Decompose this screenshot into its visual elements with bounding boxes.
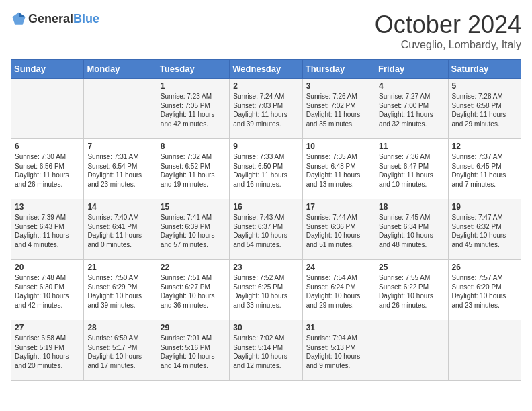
calendar-cell [448,320,521,381]
calendar-cell: 14Sunrise: 7:40 AM Sunset: 6:41 PM Dayli… [84,199,157,260]
day-number: 4 [379,81,444,91]
day-number: 29 [161,323,226,332]
calendar-cell: 1Sunrise: 7:23 AM Sunset: 7:05 PM Daylig… [157,79,229,139]
cell-content: Sunrise: 7:37 AM Sunset: 6:45 PM Dayligh… [452,152,517,189]
day-header-wednesday: Wednesday [230,60,302,79]
day-number: 2 [233,81,298,91]
cell-content: Sunrise: 7:02 AM Sunset: 5:14 PM Dayligh… [233,334,298,370]
calendar-cell: 21Sunrise: 7:50 AM Sunset: 6:29 PM Dayli… [84,260,157,320]
day-number: 8 [161,142,226,151]
calendar-cell: 2Sunrise: 7:24 AM Sunset: 7:03 PM Daylig… [230,79,302,139]
day-number: 22 [161,263,226,272]
calendar-cell: 6Sunrise: 7:30 AM Sunset: 6:56 PM Daylig… [11,139,84,199]
calendar-week-row: 20Sunrise: 7:48 AM Sunset: 6:30 PM Dayli… [11,260,521,320]
day-number: 21 [87,263,152,272]
cell-content: Sunrise: 7:39 AM Sunset: 6:43 PM Dayligh… [15,213,80,249]
calendar-week-row: 6Sunrise: 7:30 AM Sunset: 6:56 PM Daylig… [11,139,521,199]
cell-content: Sunrise: 7:23 AM Sunset: 7:05 PM Dayligh… [161,92,226,128]
calendar-header-row: SundayMondayTuesdayWednesdayThursdayFrid… [11,60,521,79]
calendar-body: 1Sunrise: 7:23 AM Sunset: 7:05 PM Daylig… [11,79,521,381]
day-number: 9 [233,142,298,151]
calendar-cell [375,320,448,381]
calendar-cell: 24Sunrise: 7:54 AM Sunset: 6:24 PM Dayli… [302,260,375,320]
day-header-sunday: Sunday [11,60,84,79]
day-number: 15 [161,202,226,212]
cell-content: Sunrise: 7:31 AM Sunset: 6:54 PM Dayligh… [87,152,152,189]
calendar-cell: 7Sunrise: 7:31 AM Sunset: 6:54 PM Daylig… [84,139,157,199]
cell-content: Sunrise: 7:24 AM Sunset: 7:03 PM Dayligh… [233,92,298,128]
day-number: 3 [306,81,371,91]
day-number: 16 [233,202,298,212]
calendar-cell: 13Sunrise: 7:39 AM Sunset: 6:43 PM Dayli… [11,199,84,260]
day-header-thursday: Thursday [302,60,375,79]
calendar-cell [11,79,84,139]
logo-blue: Blue [73,12,99,26]
location-title: Cuveglio, Lombardy, Italy [375,39,521,51]
cell-content: Sunrise: 7:01 AM Sunset: 5:16 PM Dayligh… [161,334,226,370]
cell-content: Sunrise: 7:47 AM Sunset: 6:32 PM Dayligh… [452,213,517,249]
cell-content: Sunrise: 6:59 AM Sunset: 5:17 PM Dayligh… [87,334,152,370]
calendar-cell: 11Sunrise: 7:36 AM Sunset: 6:47 PM Dayli… [375,139,448,199]
day-number: 28 [87,323,152,332]
day-header-saturday: Saturday [448,60,521,79]
calendar-cell: 5Sunrise: 7:28 AM Sunset: 6:58 PM Daylig… [448,79,521,139]
calendar-week-row: 13Sunrise: 7:39 AM Sunset: 6:43 PM Dayli… [11,199,521,260]
calendar-cell: 20Sunrise: 7:48 AM Sunset: 6:30 PM Dayli… [11,260,84,320]
logo: GeneralBlue [11,11,99,27]
cell-content: Sunrise: 7:50 AM Sunset: 6:29 PM Dayligh… [87,273,152,310]
logo-general: General [28,12,73,26]
day-header-tuesday: Tuesday [157,60,229,79]
day-number: 5 [452,81,517,91]
cell-content: Sunrise: 7:43 AM Sunset: 6:37 PM Dayligh… [233,213,298,249]
page-header: GeneralBlue October 2024 Cuveglio, Lomba… [11,11,521,51]
calendar-cell: 25Sunrise: 7:55 AM Sunset: 6:22 PM Dayli… [375,260,448,320]
calendar-cell: 29Sunrise: 7:01 AM Sunset: 5:16 PM Dayli… [157,320,229,381]
calendar-cell: 18Sunrise: 7:45 AM Sunset: 6:34 PM Dayli… [375,199,448,260]
calendar-cell: 15Sunrise: 7:41 AM Sunset: 6:39 PM Dayli… [157,199,229,260]
calendar-cell: 30Sunrise: 7:02 AM Sunset: 5:14 PM Dayli… [230,320,302,381]
cell-content: Sunrise: 7:32 AM Sunset: 6:52 PM Dayligh… [161,152,226,189]
cell-content: Sunrise: 7:28 AM Sunset: 6:58 PM Dayligh… [452,92,517,128]
day-number: 7 [87,142,152,151]
cell-content: Sunrise: 7:48 AM Sunset: 6:30 PM Dayligh… [15,273,80,310]
day-number: 17 [306,202,371,212]
calendar-week-row: 27Sunrise: 6:58 AM Sunset: 5:19 PM Dayli… [11,320,521,381]
cell-content: Sunrise: 7:57 AM Sunset: 6:20 PM Dayligh… [452,273,517,310]
cell-content: Sunrise: 7:45 AM Sunset: 6:34 PM Dayligh… [379,213,444,249]
calendar-cell: 10Sunrise: 7:35 AM Sunset: 6:48 PM Dayli… [302,139,375,199]
calendar-cell: 16Sunrise: 7:43 AM Sunset: 6:37 PM Dayli… [230,199,302,260]
calendar-cell: 4Sunrise: 7:27 AM Sunset: 7:00 PM Daylig… [375,79,448,139]
cell-content: Sunrise: 7:30 AM Sunset: 6:56 PM Dayligh… [15,152,80,189]
cell-content: Sunrise: 7:54 AM Sunset: 6:24 PM Dayligh… [306,273,371,310]
calendar-cell: 26Sunrise: 7:57 AM Sunset: 6:20 PM Dayli… [448,260,521,320]
svg-marker-1 [19,12,26,17]
calendar-cell: 3Sunrise: 7:26 AM Sunset: 7:02 PM Daylig… [302,79,375,139]
day-number: 19 [452,202,517,212]
cell-content: Sunrise: 7:40 AM Sunset: 6:41 PM Dayligh… [87,213,152,249]
calendar-cell: 28Sunrise: 6:59 AM Sunset: 5:17 PM Dayli… [84,320,157,381]
calendar-cell [84,79,157,139]
cell-content: Sunrise: 7:44 AM Sunset: 6:36 PM Dayligh… [306,213,371,249]
day-number: 20 [15,263,80,272]
day-number: 23 [233,263,298,272]
day-number: 12 [452,142,517,151]
day-number: 24 [306,263,371,272]
calendar-cell: 8Sunrise: 7:32 AM Sunset: 6:52 PM Daylig… [157,139,229,199]
cell-content: Sunrise: 7:04 AM Sunset: 5:13 PM Dayligh… [306,334,371,370]
day-number: 13 [15,202,80,212]
calendar-table: SundayMondayTuesdayWednesdayThursdayFrid… [11,59,521,381]
calendar-cell: 12Sunrise: 7:37 AM Sunset: 6:45 PM Dayli… [448,139,521,199]
day-number: 26 [452,263,517,272]
calendar-cell: 23Sunrise: 7:52 AM Sunset: 6:25 PM Dayli… [230,260,302,320]
day-header-monday: Monday [84,60,157,79]
month-title: October 2024 [375,11,521,39]
cell-content: Sunrise: 6:58 AM Sunset: 5:19 PM Dayligh… [15,334,80,370]
day-number: 1 [161,81,226,91]
calendar-cell: 27Sunrise: 6:58 AM Sunset: 5:19 PM Dayli… [11,320,84,381]
calendar-cell: 31Sunrise: 7:04 AM Sunset: 5:13 PM Dayli… [302,320,375,381]
cell-content: Sunrise: 7:55 AM Sunset: 6:22 PM Dayligh… [379,273,444,310]
cell-content: Sunrise: 7:26 AM Sunset: 7:02 PM Dayligh… [306,92,371,128]
cell-content: Sunrise: 7:52 AM Sunset: 6:25 PM Dayligh… [233,273,298,310]
calendar-cell: 22Sunrise: 7:51 AM Sunset: 6:27 PM Dayli… [157,260,229,320]
day-number: 31 [306,323,371,332]
